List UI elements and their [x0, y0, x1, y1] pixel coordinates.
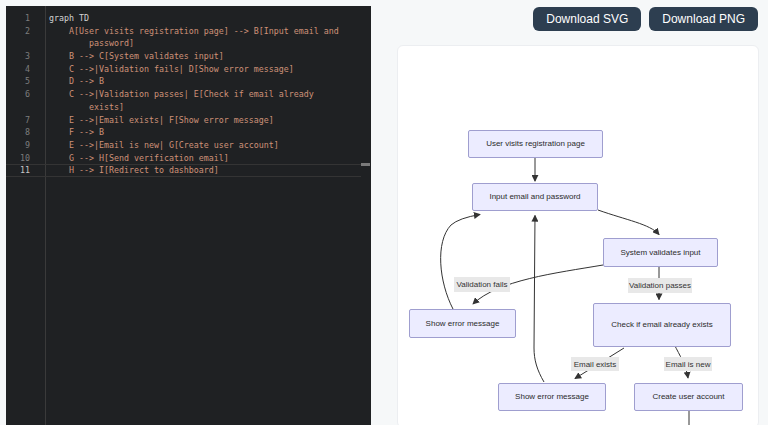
flowchart-node-D: Show error message — [409, 309, 516, 338]
preview-pane: Download SVG Download PNG Validation — [371, 0, 768, 425]
edge-label-E-G: Email is new — [664, 357, 712, 371]
code-line: 6 C -->|Validation passes| E[Check if em… — [6, 88, 361, 101]
edge-D-B — [441, 215, 480, 310]
download-svg-button[interactable]: Download SVG — [533, 7, 641, 31]
code-line: 5 D --> B — [6, 75, 361, 88]
download-png-button[interactable]: Download PNG — [649, 7, 758, 31]
code-line: 7 E -->|Email exists| F[Show error messa… — [6, 114, 361, 127]
edge-label-C-E: Validation passes — [628, 278, 692, 293]
line-number: 1 — [6, 12, 30, 25]
flowchart-node-E: Check if email already exists — [593, 303, 731, 347]
flowchart-node-A: User visits registration page — [468, 130, 603, 158]
line-number: 3 — [6, 50, 30, 63]
flowchart-node-B: Input email and password — [472, 183, 598, 211]
line-number: 4 — [6, 63, 30, 76]
line-number: 9 — [6, 139, 30, 152]
line-number: 6 — [6, 88, 30, 101]
code-line: 10 G --> H[Send verification email] — [6, 152, 361, 165]
line-text: C -->|Validation passes| E[Check if emai… — [49, 88, 314, 101]
line-text: graph TD — [49, 12, 89, 25]
line-number: 7 — [6, 114, 30, 127]
line-text: B --> C[System validates input] — [49, 50, 224, 63]
line-text: E -->|Email is new| G[Create user accoun… — [49, 139, 279, 152]
code-line: 4 C -->|Validation fails| D[Show error m… — [6, 63, 361, 76]
code-editor[interactable]: 1graph TD2 A[User visits registration pa… — [6, 6, 371, 425]
line-number: 8 — [6, 126, 30, 139]
code-line: 8 F --> B — [6, 126, 361, 139]
line-number: 2 — [6, 25, 30, 38]
line-number: 5 — [6, 75, 30, 88]
flowchart-node-G: Create user account — [634, 383, 743, 411]
line-text: A[User visits registration page] --> B[I… — [49, 25, 339, 38]
flowchart-node-C: System validates input — [603, 238, 718, 267]
diagram-canvas: Validation failsValidation passesEmail e… — [397, 45, 759, 425]
line-text: password] — [49, 37, 134, 50]
code-line: 3 B --> C[System validates input] — [6, 50, 361, 63]
code-line: password] — [6, 37, 361, 50]
flowchart-node-F: Show error message — [498, 383, 606, 411]
edge-label-C-D: Validation fails — [454, 277, 510, 292]
edge-B-C — [598, 210, 659, 235]
edge-F-B — [534, 216, 544, 383]
code-line: 11 H --> I[Redirect to dashboard] — [6, 164, 361, 177]
line-text: D --> B — [49, 75, 104, 88]
code-line: exists] — [6, 101, 361, 114]
scrollbar-cursor-marker — [361, 163, 370, 166]
line-text: exists] — [49, 101, 124, 114]
edge-label-E-F: Email exists — [571, 357, 619, 371]
code-line: 9 E -->|Email is new| G[Create user acco… — [6, 139, 361, 152]
code-line: 2 A[User visits registration page] --> B… — [6, 25, 361, 38]
line-number: 10 — [6, 152, 30, 165]
line-text: C -->|Validation fails| D[Show error mes… — [49, 63, 294, 76]
line-text: E -->|Email exists| F[Show error message… — [49, 114, 274, 127]
line-number — [6, 37, 30, 50]
line-number: 11 — [6, 164, 30, 177]
code-lines: 1graph TD2 A[User visits registration pa… — [6, 12, 361, 177]
line-text: F --> B — [49, 126, 104, 139]
line-text: H --> I[Redirect to dashboard] — [49, 164, 219, 177]
code-line: 1graph TD — [6, 12, 361, 25]
line-text: G --> H[Send verification email] — [49, 152, 229, 165]
line-number — [6, 101, 30, 114]
editor-scrollbar[interactable] — [361, 6, 371, 425]
export-toolbar: Download SVG Download PNG — [533, 7, 758, 31]
